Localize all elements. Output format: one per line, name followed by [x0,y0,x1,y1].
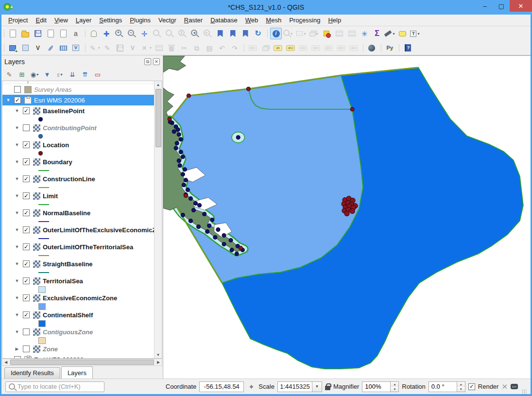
menu-layer[interactable]: Layer [72,16,96,25]
scale-lock-icon[interactable] [325,386,330,390]
menu-edit[interactable]: Edit [32,16,50,25]
python-console-button[interactable]: Py [384,42,395,54]
new-spatialite-layer-button[interactable] [45,42,56,54]
show-layout-manager-button[interactable] [57,28,69,39]
layer-item-outerlimitoftheterritorialsea[interactable]: ▼✓OuterLimitOfTheTerritorialSea [2,241,154,252]
horizontal-scroll-thumb[interactable] [10,360,154,365]
filter-by-expression-dropdown-icon[interactable]: ▾ [60,72,62,77]
expander-icon[interactable]: ▼ [13,193,21,198]
measure-line-button[interactable]: ▾ [384,28,395,39]
expander-icon[interactable]: ▼ [13,210,21,215]
magnifier-value[interactable]: 100% [362,381,390,392]
expander-icon[interactable]: ▼ [13,244,21,249]
rotation-down-icon[interactable]: ▼ [457,387,465,392]
select-features-by-value-dropdown-icon[interactable]: ▾ [304,32,306,36]
layer-item-boundary[interactable]: ▼✓Boundary [2,156,154,167]
manage-map-themes-button[interactable]: ◉▾ [29,69,40,80]
menu-help[interactable]: Help [324,16,345,25]
layer-visibility-checkbox[interactable] [14,86,21,93]
layer-item-survey-areas[interactable]: Survey Areas [2,84,154,95]
expander-icon[interactable]: ▶ [4,357,12,358]
layer-visibility-checkbox[interactable]: ✓ [23,141,30,148]
rotation-up-icon[interactable]: ▲ [457,382,465,387]
layer-visibility-checkbox[interactable]: ✓ [23,107,30,114]
render-checkbox[interactable]: ✓ [468,383,475,390]
layer-visibility-checkbox[interactable] [23,345,30,352]
scroll-right-icon[interactable]: ▶ [155,359,162,365]
layer-visibility-checkbox[interactable]: ✓ [23,260,30,267]
rotation-spinner[interactable]: 0.0 ° ▲▼ [429,381,465,392]
highlight-pinned-labels-button[interactable]: abc [285,42,296,54]
menu-database[interactable]: Database [206,16,241,25]
layer-item-esri-wms-202006[interactable]: ▼✓Esri WMS 202006 [2,95,154,105]
text-annotation-dropdown-icon[interactable]: ▾ [417,32,419,36]
new-spatial-bookmark-button[interactable] [214,28,226,39]
layer-item-normalbaseline[interactable]: ▼✓NormalBaseline [2,207,154,218]
resize-grip[interactable] [522,389,527,394]
layer-visibility-checkbox[interactable]: ✓ [23,158,30,165]
pan-map-to-selection-button[interactable]: ✚ [101,28,112,39]
layer-visibility-checkbox[interactable]: ✓ [23,294,30,301]
remove-layer-group-button[interactable]: ▭ [92,69,103,80]
expander-icon[interactable]: ▼ [13,227,21,232]
zoom-out-button[interactable]: − [126,28,137,39]
magnifier-spinner[interactable]: 100% ▲▼ [362,381,399,392]
expander-icon[interactable]: ▼ [13,108,21,113]
expander-icon[interactable]: ▼ [13,142,21,147]
deselect-features-dropdown-icon[interactable]: ▾ [316,32,318,36]
manage-map-themes-dropdown-icon[interactable]: ▾ [36,72,38,77]
layer-item-territorialsea[interactable]: ▼✓TerritorialSea [2,275,154,286]
select-features-dropdown-icon[interactable]: ▾ [291,32,292,36]
layer-visibility-checkbox[interactable] [14,356,21,358]
layer-visibility-checkbox[interactable] [23,328,30,335]
layer-item-constructionline[interactable]: ▼✓ConstructionLine [2,173,154,184]
tab-layers[interactable]: Layers [61,366,93,379]
zoom-last-button[interactable]: ◂ [189,28,201,39]
log-messages-icon[interactable] [511,384,518,389]
menu-web[interactable]: Web [241,16,262,25]
expander-icon[interactable]: ▶ [13,346,21,351]
expander-icon[interactable]: ▼ [13,176,21,181]
refresh-map-button[interactable]: ↻ [252,28,264,39]
open-layer-styling-panel-button[interactable]: ✎ [3,69,15,80]
open-project-button[interactable] [19,28,31,39]
layer-visibility-checkbox[interactable]: ✓ [23,226,30,233]
layer-item-zone[interactable]: ▶Zone [2,344,154,354]
layer-item-outerlimitoftheexclusiveeconomiczone[interactable]: ▼✓OuterLimitOfTheExclusiveEconomicZone [2,224,154,235]
deselect-features-from-all-layers-button[interactable] [321,28,332,39]
new-virtual-layer-button[interactable]: V [70,42,82,54]
scale-dropdown-icon[interactable]: ▼ [312,381,322,392]
new-mesh-layer-button[interactable] [57,42,69,54]
open-data-source-manager-button[interactable] [7,42,18,54]
vertex-tool-dropdown-icon[interactable]: ▾ [150,46,152,50]
maximize-button[interactable]: ▢ [493,0,510,12]
text-annotation-button[interactable]: T▾ [409,28,421,39]
coordinate-input[interactable]: -56.15,48.54 [199,381,244,392]
layer-visibility-checkbox[interactable]: ✓ [23,175,30,182]
minimize-button[interactable]: – [477,0,493,12]
pan-map-button[interactable] [88,28,100,39]
zoom-in-button[interactable]: + [113,28,125,39]
menu-project[interactable]: Project [4,16,32,25]
layer-visibility-checkbox[interactable]: ✓ [23,243,30,250]
menu-mesh[interactable]: Mesh [262,16,285,25]
layer-visibility-checkbox[interactable]: ✓ [23,192,30,199]
processing-toolbox-button[interactable]: ✳ [359,28,370,39]
expander-icon[interactable]: ▼ [13,125,21,130]
add-group-button[interactable]: ⊞ [16,69,28,80]
layer-item-straightbaseline[interactable]: ▼✓StraightBaseline [2,258,154,269]
measure-line-dropdown-icon[interactable]: ▾ [393,32,395,36]
new-shapefile-layer-button[interactable]: V [32,42,44,54]
expander-icon[interactable]: ▼ [13,329,21,334]
scroll-left-icon[interactable]: ◀ [2,359,9,365]
style-manager-button[interactable]: a [70,28,82,39]
menu-raster[interactable]: Raster [180,16,206,25]
menu-vector[interactable]: Vector [154,16,180,25]
stop-rendering-icon[interactable]: ✕ [501,382,508,391]
layer-item-baselinepoint[interactable]: ▼✓BaselinePoint [2,105,154,116]
filter-legend-button[interactable]: ▼ [41,69,53,80]
menu-view[interactable]: View [51,16,72,25]
expander-icon[interactable]: ▼ [13,278,21,283]
layer-item-contributingpoint[interactable]: ▼ContributingPoint [2,122,154,133]
extents-toggle-icon[interactable]: ⌖ [247,382,256,391]
